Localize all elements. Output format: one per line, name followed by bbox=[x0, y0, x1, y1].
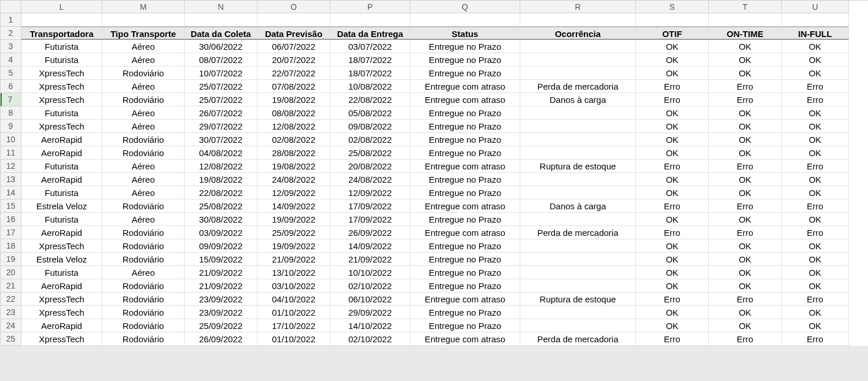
data-cell[interactable] bbox=[520, 146, 636, 160]
data-cell[interactable]: OK bbox=[782, 266, 849, 279]
data-cell[interactable]: 02/08/2022 bbox=[330, 133, 410, 146]
data-cell[interactable]: XpressTech bbox=[21, 293, 102, 306]
data-cell[interactable]: 01/10/2022 bbox=[258, 332, 330, 346]
data-cell[interactable]: OK bbox=[636, 40, 709, 53]
data-cell[interactable]: OK bbox=[636, 106, 709, 120]
table-header-cell[interactable]: Data da Coleta bbox=[185, 27, 258, 40]
data-cell[interactable]: OK bbox=[636, 120, 709, 133]
data-cell[interactable]: OK bbox=[636, 66, 709, 80]
data-cell[interactable]: Aéreo bbox=[102, 173, 185, 186]
data-cell[interactable]: Erro bbox=[782, 293, 849, 306]
data-cell[interactable]: 30/08/2022 bbox=[185, 213, 258, 226]
data-cell[interactable]: Erro bbox=[709, 199, 782, 213]
data-cell[interactable]: OK bbox=[709, 213, 782, 226]
data-cell[interactable]: 24/08/2022 bbox=[258, 173, 330, 186]
data-cell[interactable]: OK bbox=[782, 239, 849, 253]
data-cell[interactable]: OK bbox=[782, 253, 849, 266]
data-cell[interactable]: Aéreo bbox=[102, 53, 185, 66]
data-cell[interactable]: 02/08/2022 bbox=[258, 133, 330, 146]
row-header[interactable]: 23 bbox=[1, 306, 21, 319]
data-cell[interactable]: XpressTech bbox=[21, 332, 102, 346]
row-header[interactable]: 22 bbox=[1, 293, 21, 306]
data-cell[interactable]: OK bbox=[782, 133, 849, 146]
empty-cell[interactable] bbox=[330, 13, 410, 27]
data-cell[interactable]: Erro bbox=[636, 199, 709, 213]
data-cell[interactable] bbox=[520, 53, 636, 66]
data-cell[interactable]: Rodoviário bbox=[102, 293, 185, 306]
row-header[interactable]: 1 bbox=[1, 13, 21, 27]
data-cell[interactable]: OK bbox=[636, 146, 709, 160]
data-cell[interactable]: 08/08/2022 bbox=[258, 106, 330, 120]
data-cell[interactable]: AeroRapid bbox=[21, 319, 102, 332]
data-cell[interactable]: OK bbox=[782, 120, 849, 133]
data-cell[interactable]: Entregue no Prazo bbox=[410, 279, 520, 293]
data-cell[interactable]: Erro bbox=[636, 93, 709, 106]
row-header[interactable]: 24 bbox=[1, 319, 21, 332]
data-cell[interactable]: 17/09/2022 bbox=[330, 199, 410, 213]
data-cell[interactable]: 25/08/2022 bbox=[185, 199, 258, 213]
data-cell[interactable]: 24/08/2022 bbox=[330, 173, 410, 186]
data-cell[interactable]: 21/09/2022 bbox=[330, 253, 410, 266]
row-header[interactable]: 4 bbox=[1, 53, 21, 66]
data-cell[interactable]: 10/07/2022 bbox=[185, 66, 258, 80]
data-cell[interactable]: XpressTech bbox=[21, 80, 102, 93]
data-cell[interactable]: OK bbox=[636, 133, 709, 146]
data-cell[interactable]: Erro bbox=[782, 80, 849, 93]
data-cell[interactable]: 01/10/2022 bbox=[258, 306, 330, 319]
data-cell[interactable]: Erro bbox=[709, 226, 782, 239]
data-cell[interactable]: 06/10/2022 bbox=[330, 293, 410, 306]
data-cell[interactable] bbox=[520, 306, 636, 319]
data-cell[interactable]: Entregue no Prazo bbox=[410, 53, 520, 66]
data-cell[interactable]: OK bbox=[709, 173, 782, 186]
data-cell[interactable]: OK bbox=[782, 106, 849, 120]
data-cell[interactable]: Rodoviário bbox=[102, 319, 185, 332]
data-cell[interactable]: OK bbox=[709, 279, 782, 293]
data-cell[interactable]: OK bbox=[709, 120, 782, 133]
data-cell[interactable]: XpressTech bbox=[21, 239, 102, 253]
data-cell[interactable]: OK bbox=[709, 306, 782, 319]
data-cell[interactable]: OK bbox=[636, 53, 709, 66]
data-cell[interactable]: 19/08/2022 bbox=[258, 160, 330, 173]
data-cell[interactable]: 09/08/2022 bbox=[330, 120, 410, 133]
data-cell[interactable]: 19/09/2022 bbox=[258, 239, 330, 253]
data-cell[interactable]: AeroRapid bbox=[21, 173, 102, 186]
row-header[interactable]: 18 bbox=[1, 239, 21, 253]
empty-cell[interactable] bbox=[21, 13, 102, 27]
data-cell[interactable]: OK bbox=[636, 173, 709, 186]
data-cell[interactable]: OK bbox=[636, 319, 709, 332]
data-cell[interactable]: 19/09/2022 bbox=[258, 213, 330, 226]
row-header[interactable]: 7 bbox=[1, 93, 21, 106]
row-header[interactable]: 10 bbox=[1, 133, 21, 146]
data-cell[interactable] bbox=[520, 40, 636, 53]
data-cell[interactable]: Entregue com atraso bbox=[410, 293, 520, 306]
data-cell[interactable]: Erro bbox=[782, 93, 849, 106]
data-cell[interactable]: XpressTech bbox=[21, 120, 102, 133]
data-cell[interactable] bbox=[520, 253, 636, 266]
data-cell[interactable]: Futurista bbox=[21, 106, 102, 120]
data-cell[interactable]: 02/10/2022 bbox=[330, 332, 410, 346]
empty-cell[interactable] bbox=[782, 13, 849, 27]
data-cell[interactable]: 25/07/2022 bbox=[185, 80, 258, 93]
data-cell[interactable]: Rodoviário bbox=[102, 253, 185, 266]
data-cell[interactable]: Ruptura de estoque bbox=[520, 160, 636, 173]
data-cell[interactable]: AeroRapid bbox=[21, 133, 102, 146]
row-header[interactable]: 11 bbox=[1, 146, 21, 160]
row-header[interactable]: 19 bbox=[1, 253, 21, 266]
data-cell[interactable]: 19/08/2022 bbox=[185, 173, 258, 186]
data-cell[interactable]: Entregue no Prazo bbox=[410, 253, 520, 266]
column-header[interactable]: Q bbox=[410, 1, 520, 13]
data-cell[interactable]: 17/10/2022 bbox=[258, 319, 330, 332]
data-cell[interactable]: 12/08/2022 bbox=[185, 160, 258, 173]
row-header[interactable]: 5 bbox=[1, 66, 21, 80]
data-cell[interactable]: Erro bbox=[709, 160, 782, 173]
data-cell[interactable]: Aéreo bbox=[102, 80, 185, 93]
data-cell[interactable]: OK bbox=[782, 213, 849, 226]
data-cell[interactable]: Entregue no Prazo bbox=[410, 40, 520, 53]
data-cell[interactable]: Perda de mercadoria bbox=[520, 226, 636, 239]
data-cell[interactable]: OK bbox=[709, 239, 782, 253]
column-header[interactable]: R bbox=[520, 1, 636, 13]
data-cell[interactable]: Erro bbox=[709, 80, 782, 93]
data-cell[interactable]: OK bbox=[782, 306, 849, 319]
spreadsheet-viewport[interactable]: LMNOPQRSTU12TransportadoraTipo Transport… bbox=[0, 0, 868, 381]
data-cell[interactable]: Danos à carga bbox=[520, 93, 636, 106]
